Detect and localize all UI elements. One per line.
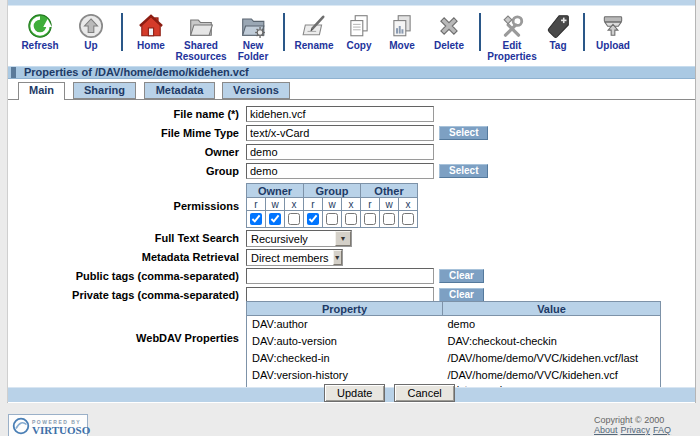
webdav-value: /DAV/home/demo/VVC/kidehen.vcf/last [443,350,661,367]
dropdown-arrow-icon: ▼ [333,250,342,265]
copy-icon [346,12,372,39]
copyright-block: Copyright © 2000 AboutPrivacyFAQ [594,415,674,435]
field-label: Group [8,163,246,177]
form-row-file-name: File name (*) [8,106,434,122]
toolbar-button-upload[interactable]: Upload [590,11,636,51]
table-row: DAV:author demo [247,316,661,334]
toolbar-label: Home [137,40,165,51]
form-row-public-tags: Public tags (comma-separated) Clear [8,268,484,284]
toolbar-separator [283,13,285,51]
toolbar-label: Upload [596,40,630,51]
webdav-value: demo [443,316,661,334]
about-link[interactable]: About [594,425,618,435]
virtuoso-brand-text: VIRTUOSO [32,425,90,435]
perm-bit-label: x [285,198,304,211]
public-tags-input[interactable] [246,268,434,284]
perm-bit-label: x [342,198,361,211]
toolbar-button-tag[interactable]: Tag [538,11,578,51]
new-folder-icon [240,12,266,39]
powered-by-virtuoso-logo[interactable]: POWERED BY VIRTUOSO [8,414,88,436]
group-input[interactable] [246,163,434,179]
properties-form: File name (*) File Mime Type Select Owne… [8,99,695,403]
form-row-permissions: Permissions Owner Group Other r w x r [8,183,418,228]
upload-icon [600,12,626,39]
faq-link[interactable]: FAQ [653,425,671,435]
perm-group-write-checkbox[interactable] [326,213,338,225]
perm-bit-label: r [247,198,266,211]
webdav-property: DAV:checked-in [247,350,443,367]
owner-input[interactable] [246,144,434,160]
cancel-button[interactable]: Cancel [394,384,454,402]
mime-type-input[interactable] [246,125,434,141]
virtuoso-swirl-icon [12,417,30,436]
home-icon [138,12,164,39]
tag-icon [545,12,571,39]
perm-group-header: Other [361,184,418,198]
metadata-retrieval-select[interactable]: Direct members ▼ [246,249,343,266]
perm-group-read-checkbox[interactable] [307,213,319,225]
main-frame: Refresh Up Home Shared Resources [7,0,696,403]
toolbar-button-edit-properties[interactable]: Edit Properties [486,11,538,62]
toolbar-button-move[interactable]: Move [380,11,424,51]
toolbar-button-refresh[interactable]: Refresh [14,11,66,51]
tab-sharing[interactable]: Sharing [73,82,136,99]
form-row-full-text-search: Full Text Search Recursively ▼ [8,230,352,247]
perm-bit-label: r [304,198,323,211]
toolbar-button-delete[interactable]: Delete [424,11,474,51]
perm-owner-write-checkbox[interactable] [269,213,281,225]
perm-owner-read-checkbox[interactable] [250,213,262,225]
webdav-col-property: Property [247,302,443,316]
toolbar-label: Up [84,40,97,51]
webdav-value: DAV:checkout-checkin [443,333,661,350]
privacy-link[interactable]: Privacy [621,425,651,435]
perm-other-read-checkbox[interactable] [364,213,376,225]
toolbar-button-new-folder[interactable]: New Folder [228,11,278,62]
tab-main[interactable]: Main [18,82,65,100]
public-tags-clear-button[interactable]: Clear [439,269,484,283]
select-value: Direct members [247,252,333,264]
header-marker [11,67,16,78]
dropdown-arrow-icon: ▼ [335,231,351,246]
perm-other-exec-checkbox[interactable] [402,213,414,225]
toolbar-label: New Folder [228,40,278,62]
perm-bit-label: x [399,198,418,211]
toolbar-label: Edit Properties [486,40,538,62]
action-buttons: Update Cancel [324,384,455,402]
perm-group-exec-checkbox[interactable] [345,213,357,225]
toolbar-button-copy[interactable]: Copy [338,11,380,51]
toolbar-button-rename[interactable]: Rename [290,11,338,51]
toolbar-label: Delete [434,40,464,51]
toolbar-label: Copy [347,40,372,51]
full-text-search-select[interactable]: Recursively ▼ [246,230,352,247]
table-row: DAV:checked-in /DAV/home/demo/VVC/kidehe… [247,350,661,367]
tab-metadata[interactable]: Metadata [144,82,215,99]
update-button[interactable]: Update [324,384,385,402]
toolbar-separator [479,13,481,51]
table-row: DAV:auto-version DAV:checkout-checkin [247,333,661,350]
file-name-input[interactable] [246,106,434,122]
private-tags-clear-button[interactable]: Clear [439,288,484,302]
toolbar-button-shared-resources[interactable]: Shared Resources [174,11,228,62]
toolbar-button-up[interactable]: Up [66,11,116,51]
field-label: File name (*) [8,106,246,120]
perm-other-write-checkbox[interactable] [383,213,395,225]
group-select-button[interactable]: Select [439,164,488,178]
perm-owner-exec-checkbox[interactable] [288,213,300,225]
field-label: Metadata Retrieval [8,249,246,263]
rename-icon [301,12,327,39]
select-value: Recursively [247,233,312,245]
field-label: File Mime Type [8,125,246,139]
page: Refresh Up Home Shared Resources [0,0,700,436]
form-row-group: Group Select [8,163,488,179]
toolbar-label: Refresh [21,40,58,51]
tab-versions[interactable]: Versions [222,82,290,99]
form-row-metadata-retrieval: Metadata Retrieval Direct members ▼ [8,249,343,266]
toolbar-button-home[interactable]: Home [128,11,174,51]
delete-icon [436,12,462,39]
permissions-table: Owner Group Other r w x r w x r w [246,183,418,228]
move-icon [389,12,415,39]
mime-select-button[interactable]: Select [439,126,488,140]
webdav-property: DAV:auto-version [247,333,443,350]
top-strip [8,0,695,6]
refresh-icon [27,12,53,39]
